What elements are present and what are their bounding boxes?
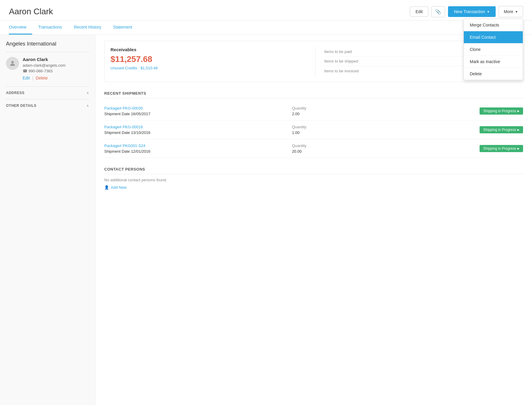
more-dropdown-menu: Merge Contacts Email Contact Clone Mark … (463, 19, 523, 80)
shipment-pkg-link-1[interactable]: PKG-00035 (122, 106, 143, 110)
nav-tabs: Overview Transactions Recent History Sta… (0, 21, 532, 35)
unused-credits-value: $1,510.48 (140, 66, 158, 70)
address-label: ADDRESS (6, 91, 24, 95)
page-title: Aaron Clark (9, 7, 53, 16)
contact-actions: Edit | Delete (23, 76, 66, 80)
contact-delete-link[interactable]: Delete (36, 76, 48, 80)
add-person-icon: 👤 (104, 185, 109, 190)
shipment-pkg-link-2[interactable]: PKG-00018 (122, 125, 143, 129)
receivables-label: Receivables (111, 47, 303, 52)
shipment-qty-3: Quantity 20.00 (292, 143, 480, 154)
main-content: Receivables $11,257.68 Unused Credits : … (95, 35, 532, 405)
avatar (6, 57, 19, 70)
shipment-qty-2: Quantity 1.00 (292, 125, 480, 135)
sidebar: Angeles International Aaron Clark adam-c… (0, 35, 95, 405)
separator: | (32, 76, 33, 80)
attach-button[interactable]: 📎 (431, 6, 445, 17)
shipment-date-3: Shipment Date 12/01/2016 (104, 149, 292, 154)
shipments-section: RECENT SHIPMENTS Package# PKG-00035 Ship… (104, 91, 523, 158)
other-details-chevron-icon: ∧ (86, 104, 89, 108)
status-badge-1: Shipping in Progress (480, 107, 523, 115)
svg-point-0 (11, 61, 14, 63)
shipment-row-1: Package# PKG-00035 Shipment Date 16/05/2… (104, 102, 523, 121)
address-section-header[interactable]: ADDRESS ∧ (6, 86, 89, 99)
no-contacts-text: No additional contact persons found. (104, 178, 523, 182)
shipment-row-3: Package# PKG001-S24 Shipment Date 12/01/… (104, 139, 523, 158)
new-transaction-dropdown-arrow: ▼ (487, 10, 490, 13)
shipment-info-1: Package# PKG-00035 Shipment Date 16/05/2… (104, 106, 292, 116)
company-name: Angeles International (6, 41, 89, 52)
other-details-section-header[interactable]: OTHER DETAILS ∧ (6, 99, 89, 112)
tab-recent-history[interactable]: Recent History (68, 21, 107, 35)
dropdown-item-mark-inactive[interactable]: Mark as Inactive (464, 56, 523, 68)
item-invoiced-label: Items to be invoiced (324, 69, 359, 73)
dropdown-item-clone[interactable]: Clone (464, 43, 523, 56)
item-shipped-label: Items to be shipped (324, 59, 358, 63)
unused-credits: Unused Credits : $1,510.48 (111, 66, 303, 70)
shipment-pkg-1: Package# PKG-00035 (104, 106, 292, 110)
address-chevron-icon: ∧ (86, 91, 89, 95)
contact-email: adam-clark@angels.com (23, 63, 66, 68)
add-new-contact-link[interactable]: 👤 Add New (104, 185, 523, 190)
more-button[interactable]: More ▼ (499, 6, 523, 17)
more-dropdown-container: More ▼ Merge Contacts Email Contact Clon… (499, 6, 523, 17)
dropdown-item-delete[interactable]: Delete (464, 68, 523, 80)
contact-edit-link[interactable]: Edit (23, 76, 30, 80)
shipment-date-2: Shipment Date 13/10/2016 (104, 130, 292, 135)
dropdown-item-merge-contacts[interactable]: Merge Contacts (464, 19, 523, 31)
contact-name: Aaron Clark (23, 57, 66, 62)
new-transaction-button[interactable]: New Transaction ▼ (448, 6, 496, 17)
contact-persons-title: CONTACT PERSONS (104, 167, 523, 174)
status-badge-3: Shipping in Progress (480, 145, 523, 152)
receivables-card: Receivables $11,257.68 Unused Credits : … (104, 41, 523, 82)
contact-details: Aaron Clark adam-clark@angels.com ☎ 990-… (23, 57, 66, 80)
shipment-pkg-3: Package# PKG001-S24 (104, 143, 292, 148)
shipment-info-3: Package# PKG001-S24 Shipment Date 12/01/… (104, 143, 292, 154)
other-details-label: OTHER DETAILS (6, 104, 36, 108)
more-dropdown-arrow: ▼ (515, 10, 518, 13)
content-layout: Angeles International Aaron Clark adam-c… (0, 35, 532, 405)
tab-overview[interactable]: Overview (9, 21, 32, 35)
dropdown-item-email-contact[interactable]: Email Contact (464, 31, 523, 43)
shipment-pkg-2: Package# PKG-00018 (104, 125, 292, 129)
tab-transactions[interactable]: Transactions (32, 21, 68, 35)
shipment-qty-1: Quantity 2.00 (292, 106, 480, 116)
item-paid-label: Items to be paid (324, 49, 352, 54)
receivables-amount: $11,257.68 (111, 54, 303, 64)
status-badge-2: Shipping in Progress (480, 126, 523, 133)
receivables-section: Receivables $11,257.68 Unused Credits : … (111, 47, 303, 76)
contact-info: Aaron Clark adam-clark@angels.com ☎ 990-… (6, 57, 89, 80)
phone-icon: ☎ (23, 69, 27, 73)
shipment-row-2: Package# PKG-00018 Shipment Date 13/10/2… (104, 121, 523, 139)
contact-persons-section: CONTACT PERSONS No additional contact pe… (104, 167, 523, 190)
shipment-date-1: Shipment Date 16/05/2017 (104, 112, 292, 116)
shipments-title: RECENT SHIPMENTS (104, 91, 523, 98)
contact-phone: ☎ 990-086-7383 (23, 69, 66, 73)
header-actions: Edit 📎 New Transaction ▼ More ▼ Merge Co… (410, 6, 523, 17)
shipment-info-2: Package# PKG-00018 Shipment Date 13/10/2… (104, 125, 292, 135)
tab-statement[interactable]: Statement (107, 21, 138, 35)
edit-button[interactable]: Edit (410, 7, 428, 17)
shipment-pkg-link-3[interactable]: PKG001-S24 (122, 143, 145, 148)
